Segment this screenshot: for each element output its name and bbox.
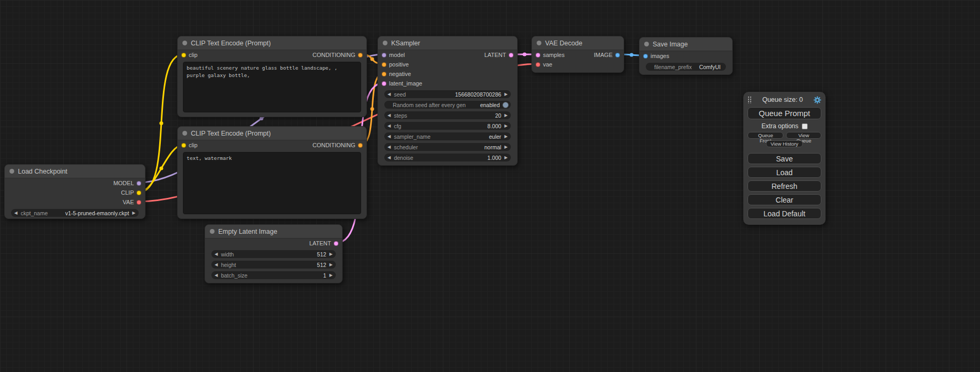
node-load-checkpoint[interactable]: Load Checkpoint MODEL CLIP VAE ◀ ckpt_na… bbox=[4, 164, 145, 219]
increment-arrow-icon[interactable]: ▶ bbox=[329, 252, 333, 256]
input-slot-images: images bbox=[639, 51, 732, 61]
collapse-dot[interactable] bbox=[383, 41, 387, 45]
increment-arrow-icon[interactable]: ▶ bbox=[504, 113, 508, 118]
increment-arrow-icon[interactable]: ▶ bbox=[329, 273, 333, 278]
slot-dot-conditioning-output[interactable] bbox=[358, 143, 363, 148]
slot-label: negative bbox=[389, 71, 411, 77]
slot-dot-latent-output[interactable] bbox=[509, 53, 513, 58]
slot-dot-samples-input[interactable] bbox=[536, 53, 540, 58]
comfy-menu-panel[interactable]: Queue size: 0 Queue Prompt Extra options… bbox=[743, 92, 826, 225]
decrement-arrow-icon[interactable]: ◀ bbox=[215, 273, 218, 278]
widget-steps[interactable]: ◀ steps 20 ▶ bbox=[384, 111, 511, 119]
widget-ckpt-name[interactable]: ◀ ckpt_name v1-5-pruned-emaonly.ckpt ▶ bbox=[11, 209, 139, 217]
node-vae-decode[interactable]: VAE Decode samples IMAGE vae bbox=[531, 36, 624, 73]
increment-arrow-icon[interactable]: ▶ bbox=[504, 145, 508, 149]
node-ksampler[interactable]: KSampler model LATENT positive negative … bbox=[377, 36, 518, 166]
decrement-arrow-icon[interactable]: ◀ bbox=[215, 252, 218, 256]
collapse-dot[interactable] bbox=[182, 131, 187, 136]
collapse-dot[interactable] bbox=[210, 229, 215, 234]
node-title-bar[interactable]: CLIP Text Encode (Prompt) bbox=[178, 36, 366, 50]
collapse-dot[interactable] bbox=[182, 41, 187, 45]
node-title-bar[interactable]: VAE Decode bbox=[532, 36, 624, 50]
node-clip-text-encode-positive[interactable]: CLIP Text Encode (Prompt) clip CONDITION… bbox=[177, 36, 367, 117]
node-title: Empty Latent Image bbox=[218, 228, 277, 235]
decrement-arrow-icon[interactable]: ◀ bbox=[387, 124, 391, 128]
node-save-image[interactable]: Save Image images filename_prefix ComfyU… bbox=[639, 37, 733, 75]
settings-gear-icon[interactable] bbox=[813, 96, 821, 104]
widget-cfg[interactable]: ◀ cfg 8.000 ▶ bbox=[384, 122, 511, 130]
decrement-arrow-icon[interactable]: ◀ bbox=[387, 135, 391, 139]
node-title-bar[interactable]: KSampler bbox=[378, 36, 517, 50]
widget-scheduler[interactable]: ◀ scheduler normal ▶ bbox=[384, 143, 511, 151]
decrement-arrow-icon[interactable]: ◀ bbox=[215, 263, 218, 267]
widget-name: batch_size bbox=[221, 272, 320, 279]
decrement-arrow-icon[interactable]: ◀ bbox=[387, 113, 391, 118]
queue-front-button[interactable]: Queue Front bbox=[748, 132, 783, 139]
widget-height[interactable]: ◀ height 512 ▶ bbox=[211, 261, 336, 269]
graph-canvas[interactable]: Load Checkpoint MODEL CLIP VAE ◀ ckpt_na… bbox=[0, 0, 980, 372]
slot-dot-latent-image-input[interactable] bbox=[382, 81, 386, 86]
slot-dot-clip-input[interactable] bbox=[181, 143, 186, 148]
slot-dot-conditioning-output[interactable] bbox=[358, 53, 363, 58]
increment-arrow-icon[interactable]: ▶ bbox=[132, 211, 135, 215]
node-title-bar[interactable]: Empty Latent Image bbox=[205, 225, 342, 239]
collapse-dot[interactable] bbox=[9, 169, 14, 174]
random-seed-toggle[interactable] bbox=[502, 102, 509, 108]
slot-dot-vae[interactable] bbox=[137, 200, 141, 205]
node-title-bar[interactable]: CLIP Text Encode (Prompt) bbox=[178, 127, 366, 140]
slot-dot-latent-output[interactable] bbox=[334, 241, 338, 246]
prompt-textarea[interactable]: beautiful scenery nature glass bottle la… bbox=[183, 62, 361, 112]
clear-button[interactable]: Clear bbox=[748, 194, 821, 205]
slot-dot-vae-input[interactable] bbox=[536, 62, 540, 67]
slot-dot-model[interactable] bbox=[137, 181, 141, 186]
slot-dot-model-input[interactable] bbox=[382, 53, 386, 58]
load-button[interactable]: Load bbox=[748, 167, 821, 178]
slot-dot-clip-input[interactable] bbox=[181, 53, 186, 58]
widget-batch-size[interactable]: ◀ batch_size 1 ▶ bbox=[211, 271, 336, 279]
increment-arrow-icon[interactable]: ▶ bbox=[504, 92, 508, 97]
slot-dot-image-output[interactable] bbox=[615, 53, 620, 58]
increment-arrow-icon[interactable]: ▶ bbox=[504, 124, 508, 128]
output-slot-clip: CLIP bbox=[5, 188, 145, 197]
slot-dot-images-input[interactable] bbox=[643, 54, 648, 59]
slot-label: clip bbox=[189, 142, 198, 148]
decrement-arrow-icon[interactable]: ◀ bbox=[14, 211, 17, 215]
extra-options-checkbox[interactable] bbox=[802, 123, 808, 129]
slot-dot-negative-input[interactable] bbox=[382, 72, 386, 77]
view-history-button[interactable]: View History bbox=[766, 140, 803, 147]
load-default-button[interactable]: Load Default bbox=[748, 208, 821, 219]
view-queue-button[interactable]: View Queue bbox=[786, 132, 821, 139]
prompt-textarea[interactable]: text, watermark bbox=[183, 152, 361, 214]
widget-name: scheduler bbox=[394, 144, 481, 150]
save-button[interactable]: Save bbox=[748, 153, 821, 164]
slot-row-clip-conditioning: clip CONDITIONING bbox=[178, 140, 366, 150]
widget-sampler-name[interactable]: ◀ sampler_name euler ▶ bbox=[384, 132, 511, 140]
widget-width[interactable]: ◀ width 512 ▶ bbox=[211, 250, 336, 258]
refresh-button[interactable]: Refresh bbox=[748, 180, 821, 192]
widget-random-seed[interactable]: Random seed after every gen enabled bbox=[384, 101, 511, 109]
increment-arrow-icon[interactable]: ▶ bbox=[329, 263, 333, 267]
increment-arrow-icon[interactable]: ▶ bbox=[504, 135, 508, 139]
collapse-dot[interactable] bbox=[537, 41, 541, 45]
drag-handle-icon[interactable] bbox=[748, 96, 752, 103]
widget-name: ckpt_name bbox=[21, 210, 62, 216]
node-clip-text-encode-negative[interactable]: CLIP Text Encode (Prompt) clip CONDITION… bbox=[177, 126, 367, 219]
decrement-arrow-icon[interactable]: ◀ bbox=[387, 92, 391, 97]
queue-prompt-button[interactable]: Queue Prompt bbox=[748, 107, 821, 119]
decrement-arrow-icon[interactable]: ◀ bbox=[387, 156, 391, 160]
slot-dot-clip[interactable] bbox=[137, 190, 141, 195]
collapse-dot[interactable] bbox=[644, 42, 649, 46]
widget-name: sampler_name bbox=[394, 133, 486, 140]
node-title-bar[interactable]: Save Image bbox=[639, 37, 732, 51]
node-empty-latent-image[interactable]: Empty Latent Image LATENT ◀ width 512 ▶ … bbox=[205, 224, 343, 283]
widget-value: 156680208700286 bbox=[455, 91, 501, 98]
widget-value: euler bbox=[489, 133, 501, 140]
node-title-bar[interactable]: Load Checkpoint bbox=[5, 165, 145, 178]
widget-seed[interactable]: ◀ seed 156680208700286 ▶ bbox=[384, 90, 511, 98]
slot-label: latent_image bbox=[389, 80, 422, 87]
decrement-arrow-icon[interactable]: ◀ bbox=[387, 145, 391, 149]
increment-arrow-icon[interactable]: ▶ bbox=[504, 156, 508, 160]
widget-filename-prefix[interactable]: filename_prefix ComfyUI bbox=[646, 63, 726, 71]
widget-denoise[interactable]: ◀ denoise 1.000 ▶ bbox=[384, 154, 511, 161]
slot-dot-positive-input[interactable] bbox=[382, 62, 386, 67]
